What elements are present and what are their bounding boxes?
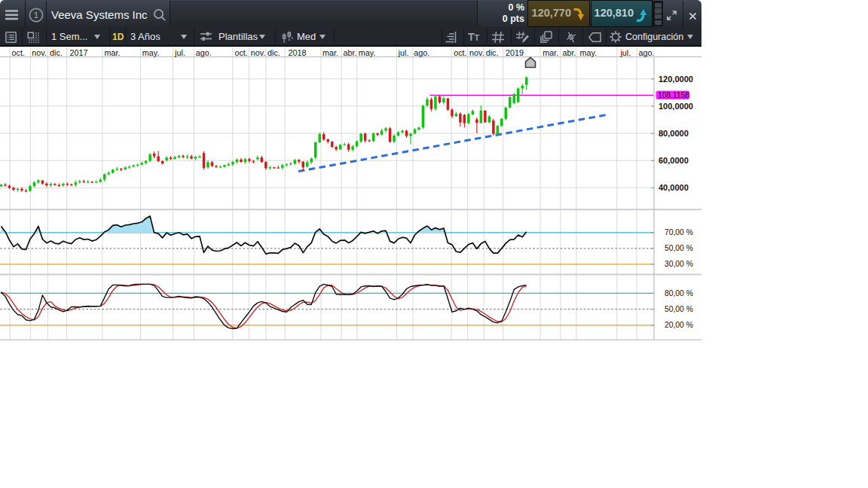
svg-text:nov.: nov. (251, 48, 266, 57)
svg-text:abr.: abr. (562, 48, 576, 57)
svg-text:jul.: jul. (398, 48, 409, 57)
svg-text:100,0000: 100,0000 (659, 102, 693, 111)
svg-text:ago.: ago. (196, 48, 212, 57)
svg-text:2019: 2019 (506, 48, 524, 57)
svg-text:30,00 %: 30,00 % (665, 260, 693, 268)
svg-text:50,00 %: 50,00 % (665, 244, 693, 252)
svg-text:mar.: mar. (542, 48, 558, 57)
svg-text:120,0000: 120,0000 (659, 75, 693, 84)
svg-text:oct.: oct. (234, 48, 247, 57)
svg-text:50,00 %: 50,00 % (665, 305, 693, 313)
svg-text:40,0000: 40,0000 (659, 183, 689, 192)
svg-text:2018: 2018 (289, 48, 307, 57)
svg-text:ago.: ago. (414, 48, 429, 57)
svg-text:oct.: oct. (12, 48, 25, 57)
svg-text:mar.: mar. (322, 48, 338, 57)
svg-text:80,00 %: 80,00 % (665, 289, 693, 297)
svg-text:may.: may. (142, 48, 160, 57)
svg-text:jul.: jul. (619, 48, 631, 57)
svg-text:may.: may. (359, 48, 376, 57)
svg-text:oct.: oct. (454, 48, 466, 57)
svg-text:mar.: mar. (105, 48, 121, 57)
svg-text:80,0000: 80,0000 (659, 129, 689, 138)
svg-text:60,0000: 60,0000 (659, 156, 689, 165)
svg-text:2017: 2017 (70, 48, 88, 57)
svg-text:dic.: dic. (486, 48, 499, 57)
svg-text:ago.: ago. (639, 48, 655, 57)
svg-text:dic.: dic. (50, 48, 63, 57)
svg-text:70,00 %: 70,00 % (665, 228, 693, 236)
svg-text:nov.: nov. (469, 48, 484, 57)
svg-text:dic.: dic. (267, 48, 280, 57)
svg-text:20,00 %: 20,00 % (665, 321, 693, 329)
svg-text:abr.: abr. (344, 48, 357, 57)
svg-text:nov.: nov. (32, 48, 47, 57)
svg-text:1: 1 (34, 11, 38, 20)
svg-text:108,1158: 108,1158 (658, 91, 689, 99)
svg-text:jul.: jul. (174, 48, 185, 57)
svg-text:may.: may. (580, 48, 598, 57)
